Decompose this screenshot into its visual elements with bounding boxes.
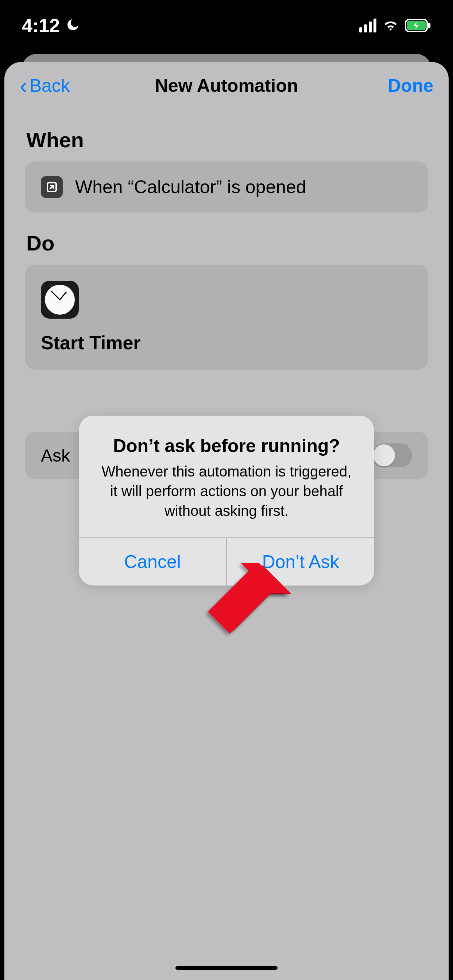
dont-ask-button[interactable]: Don’t Ask	[226, 538, 374, 585]
svg-rect-2	[428, 23, 431, 28]
status-time: 4:12	[22, 14, 60, 37]
ask-label: Ask	[41, 445, 70, 466]
chevron-left-icon: ‹	[20, 75, 27, 97]
do-heading: Do	[26, 231, 449, 255]
when-trigger-cell[interactable]: When “Calculator” is opened	[25, 162, 428, 213]
cellular-icon	[359, 19, 376, 32]
navigation-bar: ‹ Back New Automation Done	[4, 62, 449, 110]
status-bar: 4:12	[0, 0, 453, 51]
status-time-group: 4:12	[22, 14, 80, 37]
alert-button-row: Cancel Don’t Ask	[79, 538, 374, 585]
back-label: Back	[30, 75, 70, 96]
home-indicator	[175, 966, 278, 970]
confirmation-alert: Don’t ask before running? Whenever this …	[79, 415, 374, 585]
wifi-icon	[383, 20, 398, 31]
when-heading: When	[26, 127, 449, 152]
moon-icon	[65, 14, 80, 37]
page-title: New Automation	[155, 75, 298, 96]
ask-toggle[interactable]	[372, 443, 412, 468]
app-open-icon	[41, 176, 63, 198]
battery-charging-icon	[405, 19, 431, 32]
alert-title: Don’t ask before running?	[97, 435, 356, 457]
do-action-cell[interactable]: Start Timer	[25, 265, 428, 370]
done-button[interactable]: Done	[388, 75, 433, 96]
clock-app-icon	[41, 281, 79, 319]
when-trigger-text: When “Calculator” is opened	[75, 177, 306, 197]
do-action-name: Start Timer	[41, 332, 141, 354]
alert-message: Whenever this automation is triggered, i…	[97, 461, 356, 520]
cancel-button[interactable]: Cancel	[79, 538, 226, 585]
alert-body: Don’t ask before running? Whenever this …	[79, 415, 374, 538]
back-button[interactable]: ‹ Back	[20, 75, 70, 97]
status-right	[359, 19, 431, 32]
